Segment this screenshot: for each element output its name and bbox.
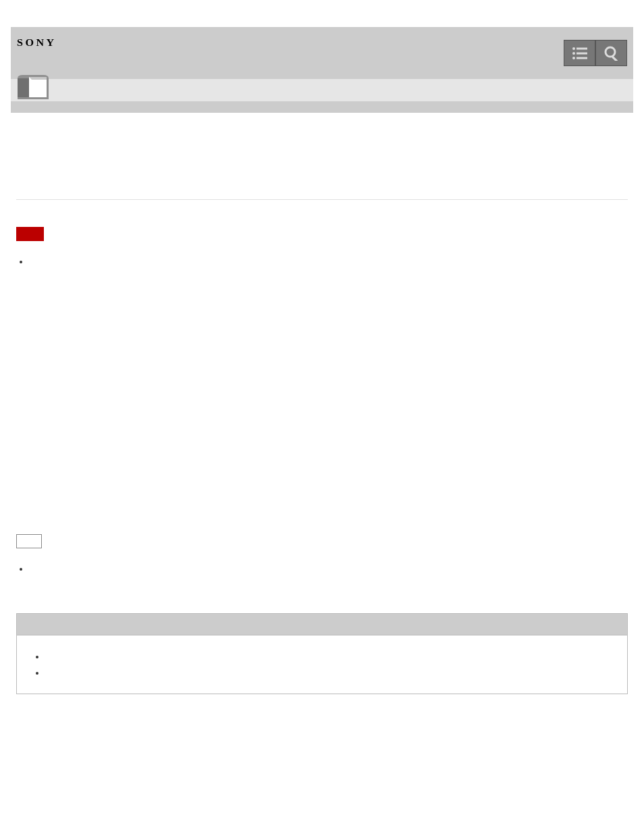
brand-logo: SONY: [17, 38, 57, 49]
header-footer-strip: [11, 101, 633, 113]
svg-rect-3: [576, 52, 587, 54]
search-button[interactable]: [595, 40, 627, 66]
note-list: [30, 257, 628, 267]
header-bar: SONY: [11, 27, 633, 79]
page-outer: SONY: [0, 0, 644, 834]
list-item: [30, 564, 628, 574]
svg-rect-5: [576, 57, 587, 59]
note-label-box: [16, 227, 44, 241]
header-buttons: [564, 40, 627, 66]
svg-point-2: [572, 52, 575, 55]
svg-point-0: [572, 47, 575, 50]
device-bar: [11, 79, 633, 101]
tablet-icon: [15, 75, 51, 101]
related-item[interactable]: [45, 668, 614, 677]
hint-list: [30, 564, 628, 574]
list-item: [30, 257, 628, 267]
svg-rect-1: [576, 47, 587, 49]
menu-icon: [572, 47, 587, 59]
hint-label-box: [16, 534, 42, 548]
related-topic-body: [17, 635, 627, 694]
content-area: [11, 113, 633, 721]
svg-rect-7: [611, 55, 617, 61]
separator-line: [16, 199, 628, 200]
svg-point-4: [572, 57, 575, 59]
related-item[interactable]: [45, 652, 614, 661]
related-topic-header: [17, 614, 627, 635]
svg-point-6: [606, 47, 615, 57]
related-topic-box: [16, 613, 628, 694]
search-icon: [604, 46, 619, 61]
svg-rect-8: [29, 77, 47, 97]
menu-button[interactable]: [564, 40, 595, 66]
